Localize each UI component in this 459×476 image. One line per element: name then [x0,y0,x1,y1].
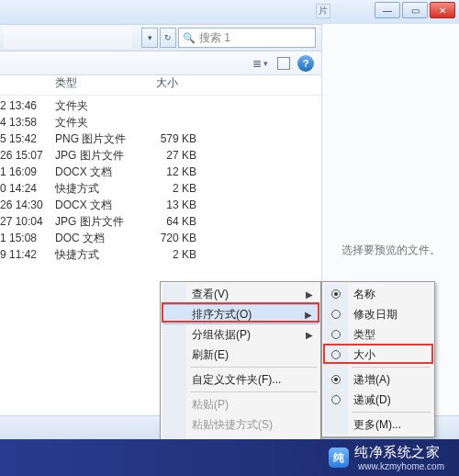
view-options-bar: ≣ ▾ ? [0,51,321,75]
menu-paste: 粘贴(P) [162,394,319,414]
column-headers: 类型 大小 [0,75,321,96]
submenu-arrow-icon: ▶ [306,289,313,300]
menu-customize-folder[interactable]: 自定义文件夹(F)... [162,369,319,390]
list-item[interactable]: 1 15:08DOC 文档720 KB [0,230,321,246]
sort-ascending[interactable]: 递增(A) [324,369,432,390]
list-item[interactable]: 9 11:42快捷方式2 KB [0,246,321,263]
chevron-down-icon: ▾ [263,59,268,68]
address-breadcrumb[interactable] [4,27,132,49]
submenu-arrow-icon: ▶ [306,330,313,340]
brand-logo-icon: 纯 [329,448,349,468]
column-header-size[interactable]: 大小 [138,75,211,95]
sort-by-type[interactable]: 类型 [324,324,432,345]
file-list: 2 13:46文件夹 4 13:58文件夹 5 15:42PNG 图片文件579… [0,97,321,292]
sort-by-size[interactable]: 大小 [324,345,432,365]
radio-icon [331,375,341,384]
list-item[interactable]: 26 15:07JPG 图片文件27 KB [0,147,321,164]
list-item[interactable]: 1 16:09DOCX 文档12 KB [0,164,321,180]
list-icon: ≣ [252,57,262,70]
close-button[interactable]: ✕ [430,2,455,18]
menu-sort[interactable]: 排序方式(O)▶ [162,304,319,324]
menu-group[interactable]: 分组依据(P)▶ [162,324,319,345]
brand-name: 纯净系统之家 [354,444,444,461]
radio-icon [331,310,341,319]
background-tab-chip: 片 [316,4,330,18]
menu-refresh[interactable]: 刷新(E) [162,345,319,365]
radio-icon [331,289,341,299]
list-item[interactable]: 0 14:24快捷方式2 KB [0,180,321,197]
list-item[interactable]: 4 13:58文件夹 [0,114,321,130]
list-item[interactable]: 5 15:42PNG 图片文件579 KB [0,130,321,147]
menu-paste-shortcut: 粘贴快捷方式(S) [162,414,319,435]
column-header-type[interactable]: 类型 [55,75,138,95]
maximize-button[interactable]: ▭ [402,2,428,18]
list-item[interactable]: 27 10:04JPG 图片文件64 KB [0,213,321,230]
sort-descending[interactable]: 递减(D) [324,390,432,410]
preview-pane-toggle[interactable] [277,57,290,70]
list-item[interactable]: 2 13:46文件夹 [0,97,321,114]
titlebar: 片 — ▭ ✕ [0,0,459,24]
address-toolbar: ▾ ↻ 🔍 搜索 1 [0,24,321,51]
menu-view[interactable]: 查看(V)▶ [162,284,319,304]
sort-submenu: 名称 修改日期 类型 大小 递增(A) 递减(D) 更多(M)... [321,281,435,437]
view-layout-button[interactable]: ≣ ▾ [250,55,270,72]
radio-icon [331,395,341,404]
column-header-date[interactable] [7,75,55,95]
address-dropdown[interactable]: ▾ [141,28,158,48]
search-box[interactable]: 🔍 搜索 1 [178,28,316,48]
watermark-footer: 纯 纯净系统之家 www.kzmyhome.com [0,439,459,476]
window-controls: — ▭ ✕ [375,2,455,18]
submenu-arrow-icon: ▶ [305,310,312,320]
help-button[interactable]: ? [297,55,314,72]
sort-by-name[interactable]: 名称 [324,284,432,304]
minimize-button[interactable]: — [375,2,400,18]
sort-more[interactable]: 更多(M)... [324,414,432,435]
search-icon: 🔍 [183,32,196,44]
radio-icon [331,330,341,339]
sort-by-date[interactable]: 修改日期 [324,304,432,324]
refresh-button[interactable]: ↻ [160,28,176,48]
search-placeholder: 搜索 1 [199,30,230,46]
brand-url: www.kzmyhome.com [358,461,444,471]
list-item[interactable]: 26 14:30DOCX 文档13 KB [0,197,321,213]
preview-empty-text: 选择要预览的文件。 [341,243,441,258]
radio-icon [331,350,341,359]
